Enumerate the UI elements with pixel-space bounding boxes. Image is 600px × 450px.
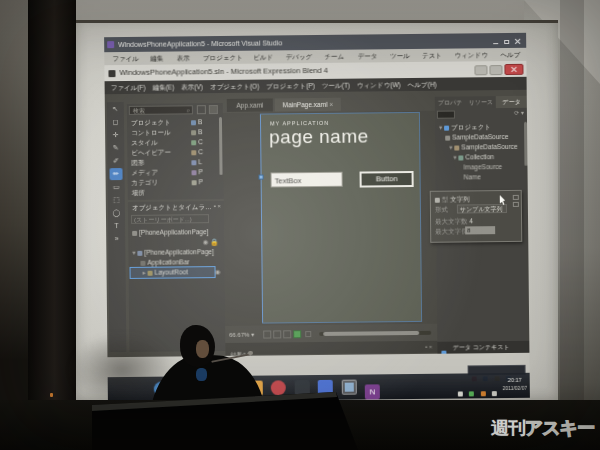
vs-menu-build[interactable]: ビルド(B)	[253, 50, 279, 63]
blend-menu-file[interactable]: ファイル(F)	[111, 81, 146, 94]
results-panel-bar[interactable]: 結果(U) ▪ ×	[225, 341, 437, 355]
rectangle-tool-icon[interactable]: ▭	[110, 181, 123, 193]
vs-menu-edit[interactable]: 編集(E)	[150, 52, 169, 65]
vs-menu-debug[interactable]: デバッグ(D)	[286, 50, 318, 63]
tab-data[interactable]: データ	[496, 96, 527, 108]
blend-menu-help[interactable]: ヘルプ(H)	[408, 78, 437, 91]
tab-properties[interactable]: プロパティ	[435, 96, 466, 108]
expander-icon[interactable]: ▾	[439, 124, 442, 131]
spinner-down-icon[interactable]	[513, 202, 519, 207]
eye-icon[interactable]: ◉	[203, 238, 209, 245]
category-project[interactable]: プロジェクト	[127, 117, 185, 128]
blend-menu-object[interactable]: オブジェクト(O)	[210, 80, 259, 94]
data-context-bar[interactable]: データ コンテキスト	[437, 341, 529, 354]
asset-item[interactable]: P	[187, 167, 217, 177]
annotation-icon[interactable]	[305, 331, 311, 337]
zoom-level-select[interactable]: 66.67% ▾	[229, 329, 254, 341]
tray-status-icon[interactable]	[481, 391, 486, 396]
storyboard-picker[interactable]: (ストーリーボード...)	[131, 214, 209, 224]
phone-artboard[interactable]: MY APPLICATION page name TextBox Button	[261, 113, 421, 323]
close-icon[interactable]	[504, 64, 523, 75]
vs-menu-test[interactable]: テスト(S)	[422, 49, 448, 62]
scrollbar-thumb[interactable]	[323, 331, 419, 336]
brush-tool-icon[interactable]: ✐	[109, 155, 122, 167]
direct-selection-tool-icon[interactable]: ◻	[109, 116, 122, 128]
panel-scrollbar[interactable]	[524, 122, 527, 166]
asset-item[interactable]: B	[187, 117, 217, 127]
category-styles[interactable]: スタイル	[127, 137, 185, 148]
vs-menu-data[interactable]: データ(A)	[358, 49, 383, 62]
textbox-control[interactable]: TextBox	[271, 172, 343, 188]
category-locations[interactable]: 場所	[128, 187, 186, 198]
horizontal-scrollbar[interactable]	[319, 331, 431, 336]
blend-menu-view[interactable]: 表示(V)	[181, 80, 203, 93]
blend-menu-edit[interactable]: 編集(E)	[152, 80, 174, 93]
blend-menu-window[interactable]: ウィンドウ(W)	[357, 78, 401, 91]
button-control[interactable]: Button	[360, 171, 414, 188]
vs-menu-project[interactable]: プロジェクト(P)	[203, 51, 246, 64]
expander-icon[interactable]: ▾	[132, 249, 135, 256]
data-panel-toolbar-icons[interactable]: ⟳ ▾	[514, 109, 524, 116]
pen-tool-icon[interactable]: ✏	[109, 168, 122, 180]
expander-icon[interactable]: ▾	[449, 144, 452, 151]
assets-search-input[interactable]: 検索 ⌕	[129, 105, 193, 115]
selection-tool-icon[interactable]: ↖	[109, 103, 122, 115]
more-tools-chevron-icon[interactable]: »	[110, 233, 123, 245]
blend-menu-tools[interactable]: ツール(T)	[322, 79, 350, 92]
vs-menu-team[interactable]: チーム(M)	[324, 50, 350, 63]
eyedropper-tool-icon[interactable]: ✎	[109, 142, 122, 154]
tab-resources[interactable]: リソース	[465, 96, 496, 108]
data-tree-name[interactable]: Name	[436, 172, 528, 183]
data-source-field[interactable]	[437, 111, 455, 119]
asset-item[interactable]: B	[187, 127, 217, 137]
category-categories[interactable]: カテゴリ	[128, 177, 186, 188]
asset-item[interactable]: L	[187, 157, 217, 167]
lock-icon[interactable]: 🔒	[210, 238, 218, 245]
border-tool-icon[interactable]: ⬚	[110, 194, 123, 206]
asset-item[interactable]: C	[187, 147, 217, 157]
close-tab-icon[interactable]: ×	[329, 101, 333, 108]
category-shapes[interactable]: 図形	[127, 157, 185, 168]
vs-menu-help[interactable]: ヘルプ(H)	[500, 48, 526, 61]
category-media[interactable]: メディア	[127, 167, 185, 178]
vs-menu-tools[interactable]: ツール(T)	[390, 49, 415, 62]
max-length-input[interactable]: 8	[465, 226, 495, 234]
expression-design-icon[interactable]	[271, 380, 286, 395]
asset-item[interactable]: P	[188, 177, 218, 187]
category-behaviors[interactable]: ビヘイビアー	[127, 147, 185, 158]
minimize-icon[interactable]	[491, 38, 500, 46]
snap-grid-icon[interactable]	[273, 330, 281, 338]
data-tree-sampledatasource2[interactable]: ▾ SampleDataSource	[435, 142, 527, 153]
minimize-icon[interactable]	[474, 65, 487, 75]
active-blend-taskbar-icon[interactable]	[341, 380, 356, 395]
format-dropdown[interactable]: サンプル文字列	[457, 204, 507, 214]
panel-buttons[interactable]: ▪ ×	[425, 341, 432, 353]
category-controls[interactable]: コントロール	[127, 127, 185, 138]
spinner-up-icon[interactable]	[513, 195, 519, 200]
guide-handle[interactable]	[259, 175, 264, 180]
maximize-icon[interactable]	[502, 38, 511, 46]
effects-toggle-icon[interactable]	[293, 330, 301, 338]
ellipse-tool-icon[interactable]: ◯	[110, 207, 123, 219]
tab-mainpage-xaml[interactable]: MainPage.xaml ×	[275, 98, 341, 112]
list-view-toggle-icon[interactable]	[209, 105, 218, 114]
pan-tool-icon[interactable]: ✛	[109, 129, 122, 141]
terminal-icon[interactable]	[294, 380, 309, 395]
assets-scrollbar[interactable]	[219, 117, 223, 175]
vs-menu-file[interactable]: ファイル(F)	[112, 52, 143, 65]
taskbar-clock[interactable]: 20:17 2011/02/07	[500, 376, 530, 392]
grid-view-toggle-icon[interactable]	[197, 105, 206, 114]
tray-status-icon[interactable]	[469, 391, 474, 396]
expander-icon[interactable]: ▾	[453, 154, 456, 161]
maximize-icon[interactable]	[489, 65, 502, 75]
fit-to-screen-icon[interactable]	[263, 330, 271, 338]
tree-layoutroot-row[interactable]: ▸ LayoutRoot◉	[131, 267, 215, 278]
expander-icon[interactable]: ▸	[143, 269, 146, 276]
blend-menu-project[interactable]: プロジェクト(P)	[266, 79, 315, 93]
panel-pin-icon[interactable]: ▪ ×	[214, 203, 221, 209]
snaplines-icon[interactable]	[283, 330, 291, 338]
text-tool-icon[interactable]: T	[110, 220, 123, 232]
action-center-flag-icon[interactable]	[458, 391, 463, 396]
tab-app-xaml[interactable]: App.xaml	[227, 98, 273, 111]
asset-item[interactable]: C	[187, 137, 217, 147]
